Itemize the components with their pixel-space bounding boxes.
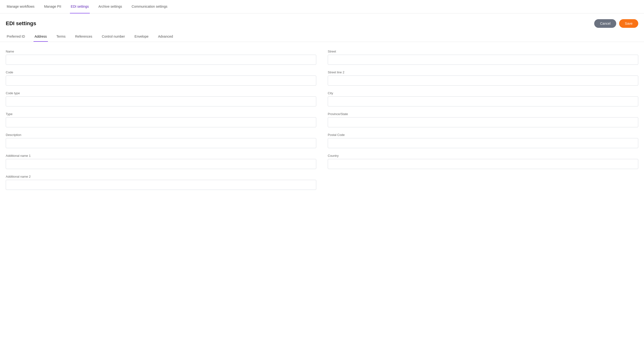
form-input-postal-code[interactable]: [328, 138, 638, 148]
form-label-postal-code: Postal Code: [328, 133, 638, 137]
sub-tab-item-terms[interactable]: Terms: [56, 32, 66, 42]
top-nav-item-manage-workflows[interactable]: Manage workflows: [6, 0, 36, 14]
form-left-col: NameCodeCode typeTypeDescriptionAddition…: [6, 50, 316, 196]
header-actions: Cancel Save: [594, 19, 638, 28]
form-group-description: Description: [6, 133, 316, 148]
top-nav-item-edi-settings[interactable]: EDI settings: [70, 0, 90, 14]
form-label-additional-name-1: Additional name 1: [6, 154, 316, 157]
form-input-type[interactable]: [6, 117, 316, 127]
form-group-postal-code: Postal Code: [328, 133, 638, 148]
top-nav: Manage workflowsManage PIIEDI settingsAr…: [0, 0, 644, 14]
cancel-button[interactable]: Cancel: [594, 19, 616, 28]
sub-tab-item-address[interactable]: Address: [34, 32, 48, 42]
sub-tab-item-envelope[interactable]: Envelope: [134, 32, 150, 42]
form-input-street-line-2[interactable]: [328, 76, 638, 86]
form-input-code[interactable]: [6, 76, 316, 86]
top-nav-item-manage-pii[interactable]: Manage PII: [43, 0, 62, 14]
form-label-name: Name: [6, 50, 316, 53]
form-group-country: Country: [328, 154, 638, 169]
form-label-city: City: [328, 91, 638, 95]
form-grid: NameCodeCode typeTypeDescriptionAddition…: [6, 50, 638, 196]
form-input-description[interactable]: [6, 138, 316, 148]
top-nav-item-communication-settings[interactable]: Communication settings: [131, 0, 168, 14]
form-input-name[interactable]: [6, 55, 316, 65]
sub-tabs: Preferred IDAddressTermsReferencesContro…: [0, 32, 644, 42]
top-nav-item-archive-settings[interactable]: Archive settings: [98, 0, 123, 14]
form-right-col: StreetStreet line 2CityProvince/StatePos…: [328, 50, 638, 196]
form-group-name: Name: [6, 50, 316, 65]
save-button[interactable]: Save: [619, 19, 638, 28]
sub-tab-item-preferred-id[interactable]: Preferred ID: [6, 32, 26, 42]
form-label-province-state: Province/State: [328, 112, 638, 116]
form-input-additional-name-1[interactable]: [6, 159, 316, 169]
form-input-city[interactable]: [328, 96, 638, 106]
form-label-country: Country: [328, 154, 638, 157]
form-label-additional-name-2: Additional name 2: [6, 175, 316, 178]
form-group-type: Type: [6, 112, 316, 127]
form-label-code: Code: [6, 71, 316, 74]
sub-tab-item-advanced[interactable]: Advanced: [157, 32, 174, 42]
form-input-province-state[interactable]: [328, 117, 638, 127]
form-group-street: Street: [328, 50, 638, 65]
form-input-additional-name-2[interactable]: [6, 180, 316, 190]
form-group-code: Code: [6, 71, 316, 86]
form-input-country[interactable]: [328, 159, 638, 169]
form-input-code-type[interactable]: [6, 96, 316, 106]
form-group-additional-name-1: Additional name 1: [6, 154, 316, 169]
form-group-additional-name-2: Additional name 2: [6, 175, 316, 190]
form-input-street[interactable]: [328, 55, 638, 65]
sub-tab-item-control-number[interactable]: Control number: [101, 32, 126, 42]
form-label-description: Description: [6, 133, 316, 137]
form-label-type: Type: [6, 112, 316, 116]
sub-tab-item-references[interactable]: References: [74, 32, 93, 42]
form-group-code-type: Code type: [6, 91, 316, 106]
form-group-city: City: [328, 91, 638, 106]
form-group-street-line-2: Street line 2: [328, 71, 638, 86]
page-title: EDI settings: [6, 20, 36, 27]
form-group-province-state: Province/State: [328, 112, 638, 127]
content-area: NameCodeCode typeTypeDescriptionAddition…: [0, 42, 644, 203]
form-label-code-type: Code type: [6, 91, 316, 95]
page-header: EDI settings Cancel Save: [0, 14, 644, 30]
form-label-street: Street: [328, 50, 638, 53]
form-label-street-line-2: Street line 2: [328, 71, 638, 74]
